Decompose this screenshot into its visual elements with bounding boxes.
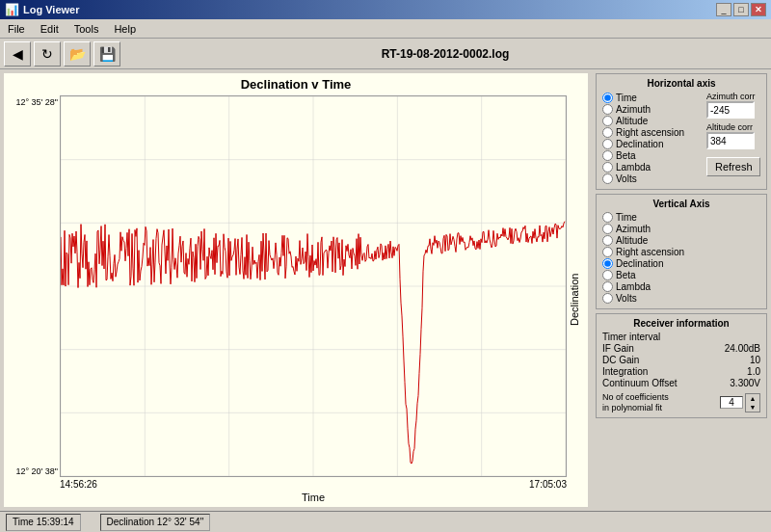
status-bar: Time 15:39:14 Declination 12° 32' 54" [0, 511, 771, 532]
azimuth-corr-input[interactable] [706, 101, 755, 119]
menu-edit[interactable]: Edit [37, 22, 63, 36]
coeff-input[interactable] [720, 396, 743, 409]
haxis-beta[interactable] [602, 150, 613, 161]
vaxis-lambda[interactable] [602, 281, 613, 292]
vaxis-volts[interactable] [602, 293, 613, 304]
correction-inputs: Azimuth corr Altitude corr Refresh [706, 92, 760, 185]
horizontal-axis-panel: Horizontal axis Time Azimuth Altitude Ri… [596, 73, 767, 190]
status-time: Time 15:39:14 [6, 514, 81, 531]
haxis-volts[interactable] [602, 173, 613, 184]
chart-canvas [60, 95, 567, 477]
title-bar: 📊 Log Viewer _ □ ✕ [0, 0, 771, 19]
open-button[interactable]: 📂 [64, 41, 91, 66]
haxis-time[interactable] [602, 93, 613, 103]
toolbar: ◀ ↻ 📂 💾 RT-19-08-2012-0002.log [0, 39, 771, 69]
window-title: Log Viewer [23, 4, 79, 15]
chart-area: Declination v Time 12° 35' 28" 12° 20' 3… [4, 73, 588, 507]
timer-label: Timer interval [602, 332, 660, 342]
y-tick-bottom: 12° 20' 38" [15, 466, 58, 476]
integration-value: 1.0 [747, 366, 760, 377]
vaxis-ra[interactable] [602, 247, 613, 257]
continuum-label: Continuum Offset [602, 378, 678, 388]
vaxis-altitude[interactable] [602, 235, 613, 246]
menu-help[interactable]: Help [110, 22, 140, 36]
menu-file[interactable]: File [4, 22, 29, 36]
ifgain-label: IF Gain [602, 343, 634, 354]
chart-title: Declination v Time [10, 77, 582, 92]
vertical-axis-panel: Vertical Axis Time Azimuth Altitude Righ… [596, 194, 767, 309]
save-button[interactable]: 💾 [93, 41, 120, 66]
y-label: Declination [567, 95, 582, 503]
haxis-azimuth[interactable] [602, 104, 613, 115]
app-icon: 📊 [5, 3, 19, 16]
coeff-label: No of coefficientsin polynomial fit [602, 392, 669, 413]
horizontal-axis-title: Horizontal axis [602, 78, 760, 89]
altitude-corr-input[interactable] [706, 132, 755, 149]
refresh-button[interactable]: Refresh [706, 157, 760, 176]
vaxis-beta[interactable] [602, 270, 613, 280]
vaxis-azimuth[interactable] [602, 224, 613, 234]
x-axis-start: 14:56:26 [60, 479, 97, 490]
haxis-declination[interactable] [602, 139, 613, 149]
y-tick-top: 12° 35' 28" [15, 97, 58, 107]
horizontal-axis-options: Time Azimuth Altitude Right ascension De… [602, 92, 703, 185]
continuum-value: 3.300V [730, 378, 760, 388]
close-button[interactable]: ✕ [751, 3, 766, 16]
haxis-altitude[interactable] [602, 116, 613, 126]
minimize-button[interactable]: _ [716, 3, 731, 16]
ifgain-value: 24.00dB [725, 343, 760, 354]
vaxis-time[interactable] [602, 212, 613, 223]
x-axis-end: 17:05:03 [529, 479, 567, 490]
vertical-axis-title: Vertical Axis [602, 199, 760, 209]
altitude-corr-label: Altitude corr [706, 122, 760, 132]
vaxis-declination[interactable] [602, 258, 613, 269]
refresh-toolbar-button[interactable]: ↻ [34, 41, 61, 66]
coeff-up[interactable]: ▲ [746, 394, 759, 403]
menu-bar: File Edit Tools Help [0, 19, 771, 39]
menu-tools[interactable]: Tools [70, 22, 103, 36]
coeff-spinner[interactable]: ▲ ▼ [745, 393, 760, 412]
coeff-down[interactable]: ▼ [746, 403, 759, 412]
status-position: Declination 12° 32' 54" [100, 514, 211, 531]
receiver-panel: Receiver information Timer interval IF G… [596, 313, 767, 418]
main-content: Declination v Time 12° 35' 28" 12° 20' 3… [0, 69, 771, 511]
x-label: Time [60, 492, 567, 503]
dcgain-value: 10 [750, 355, 760, 365]
maximize-button[interactable]: □ [733, 3, 749, 16]
file-title: RT-19-08-2012-0002.log [123, 47, 767, 61]
integration-label: Integration [602, 366, 648, 377]
receiver-title: Receiver information [602, 318, 760, 329]
haxis-lambda[interactable] [602, 162, 613, 173]
azimuth-corr-label: Azimuth corr [706, 92, 760, 101]
right-panel: Horizontal axis Time Azimuth Altitude Ri… [592, 69, 771, 511]
haxis-ra[interactable] [602, 127, 613, 138]
back-button[interactable]: ◀ [4, 41, 31, 66]
dcgain-label: DC Gain [602, 355, 639, 365]
